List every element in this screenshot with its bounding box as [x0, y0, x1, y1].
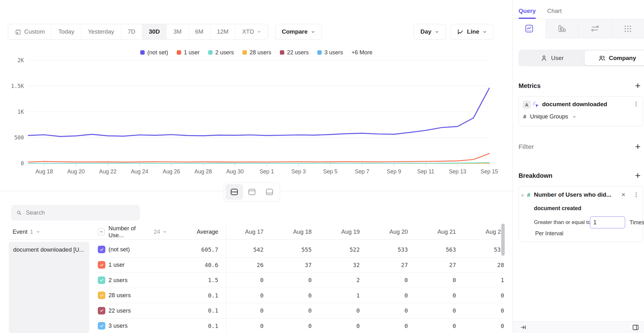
row-average-value: 1.5	[167, 277, 218, 283]
query-panel: Query Chart	[513, 0, 644, 333]
chart-style-button[interactable]: Line	[450, 24, 494, 40]
add-filter-button[interactable]: +	[635, 142, 641, 151]
range-label: Today	[58, 28, 74, 35]
row-label[interactable]: 28 users	[108, 292, 167, 299]
legend-item[interactable]: 28 users	[242, 49, 271, 56]
metric-measure-selector[interactable]: # Unique Groups	[523, 113, 577, 120]
legend-item[interactable]: 22 users	[280, 49, 309, 56]
breakdown-condition-label[interactable]: Greater than or equal to	[534, 216, 591, 228]
legend-swatch	[177, 50, 181, 55]
row-cell-value: 0	[312, 323, 360, 329]
add-breakdown-button[interactable]: +	[635, 171, 641, 180]
row-label[interactable]: 2 users	[108, 277, 167, 284]
compare-button[interactable]: Compare	[275, 24, 322, 40]
row-cell-value: 0	[360, 277, 408, 283]
layout-table-only-button[interactable]	[261, 184, 278, 200]
legend-item[interactable]: (not set)	[140, 49, 168, 56]
line-chart-canvas: 05001K1.5K2KAug 18Aug 20Aug 22Aug 24Aug …	[0, 58, 513, 179]
breakdown-options-button[interactable]	[633, 191, 640, 198]
chevron-down-icon	[257, 30, 261, 34]
row-label[interactable]: 3 users	[108, 322, 167, 329]
event-list-item[interactable]: document downloaded [U...	[9, 242, 89, 333]
breakdown-interval-label[interactable]: Per Interval	[535, 230, 563, 237]
series-checkbox[interactable]	[98, 292, 105, 299]
x-axis-label: Sep 9	[387, 168, 401, 175]
range-yesterday-button[interactable]: Yesterday	[81, 24, 121, 39]
breakdown-column-header[interactable]: Number of Use... 24	[108, 225, 167, 239]
layout-chart-only-button[interactable]	[243, 184, 261, 200]
range-3m-button[interactable]: 3M	[166, 24, 188, 39]
scope-user-option[interactable]: User	[519, 51, 585, 65]
event-column-header[interactable]: Event 1	[13, 224, 40, 239]
add-metric-button[interactable]: +	[635, 81, 641, 90]
drag-handle-icon[interactable]	[520, 193, 526, 198]
stickiness-icon	[590, 24, 600, 33]
chart-type-more-tab[interactable]	[611, 19, 644, 38]
series-checkbox[interactable]	[98, 276, 105, 284]
row-cell-value: 0	[218, 277, 264, 283]
analytics-dashboard: CustomTodayYesterday7D30D3M6M12MXTD Comp…	[0, 0, 644, 333]
breakdown-value-input[interactable]	[590, 216, 625, 228]
segmentation-chart-icon	[525, 24, 534, 33]
date-column-header[interactable]: Aug 21	[408, 228, 456, 235]
metric-event-name[interactable]: document downloaded	[542, 101, 607, 108]
series-line-2 users[interactable]	[28, 162, 489, 163]
series-line-(not set)[interactable]	[28, 88, 489, 137]
breakdown-title[interactable]: Number of Users who did...	[534, 191, 611, 198]
range-custom-button[interactable]: Custom	[8, 24, 51, 39]
x-axis-label: Sep 3	[291, 168, 306, 175]
chart-type-stickiness-tab[interactable]	[578, 19, 611, 38]
date-column-header[interactable]: Aug 19	[312, 228, 360, 235]
tab-query[interactable]: Query	[519, 8, 536, 19]
series-checkbox[interactable]	[98, 307, 105, 314]
table-row: 2 users1.5002001	[94, 272, 504, 288]
range-today-button[interactable]: Today	[51, 24, 81, 39]
legend-swatch	[317, 50, 322, 55]
row-label[interactable]: 22 users	[108, 307, 167, 314]
date-column-header[interactable]: Aug 22	[456, 228, 504, 235]
breakdown-event-name[interactable]: document created	[534, 205, 581, 212]
legend-item[interactable]: 2 users	[208, 49, 234, 56]
row-cell-value: 533	[360, 246, 408, 253]
legend-more[interactable]: +6 More	[352, 49, 373, 56]
legend-label: 22 users	[287, 49, 309, 56]
metrics-section-header: Metrics +	[519, 81, 641, 90]
layout-split-view-button[interactable]	[225, 184, 243, 200]
row-cell-value: 0	[312, 307, 360, 314]
chevron-down-icon	[435, 30, 439, 34]
row-label[interactable]: 1 user	[108, 261, 167, 268]
average-column-header[interactable]: Average	[167, 228, 218, 235]
date-column-header[interactable]: Aug 20	[360, 228, 408, 235]
select-all-checkbox[interactable]	[98, 228, 105, 235]
row-label[interactable]: (not set)	[108, 246, 167, 253]
range-7d-button[interactable]: 7D	[121, 24, 142, 39]
tab-chart[interactable]: Chart	[547, 8, 562, 19]
range-6m-button[interactable]: 6M	[188, 24, 210, 39]
scope-company-option[interactable]: Company	[585, 51, 644, 65]
range-xtd-button[interactable]: XTD	[235, 24, 268, 39]
remove-breakdown-button[interactable]	[620, 192, 626, 198]
granularity-button[interactable]: Day	[414, 24, 446, 40]
date-column-header[interactable]: Aug 17	[218, 228, 264, 235]
hash-icon: #	[523, 114, 526, 120]
series-checkbox[interactable]	[98, 261, 105, 269]
breakdown-card: # Number of Users who did... document cr…	[519, 186, 643, 242]
table-vertical-scrollbar[interactable]	[501, 224, 505, 256]
legend-item[interactable]: 1 user	[177, 49, 200, 56]
series-line-1 user[interactable]	[28, 154, 489, 162]
collapse-right-icon	[520, 324, 527, 331]
legend-item[interactable]: 3 users	[317, 49, 343, 56]
metric-options-button[interactable]	[633, 101, 640, 107]
series-checkbox[interactable]	[98, 246, 105, 253]
row-cell-value: 26	[218, 262, 264, 268]
series-checkbox[interactable]	[98, 322, 105, 330]
range-12m-button[interactable]: 12M	[210, 24, 235, 39]
range-30d-button[interactable]: 30D	[142, 24, 166, 39]
panel-layout-button[interactable]	[632, 324, 639, 331]
search-input[interactable]	[26, 209, 135, 216]
chart-type-funnel-tab[interactable]	[546, 19, 579, 38]
collapse-panel-button[interactable]	[520, 324, 527, 331]
date-column-header[interactable]: Aug 18	[264, 228, 312, 235]
chart-type-line-tab[interactable]	[513, 19, 546, 38]
range-label: 30D	[149, 28, 160, 35]
